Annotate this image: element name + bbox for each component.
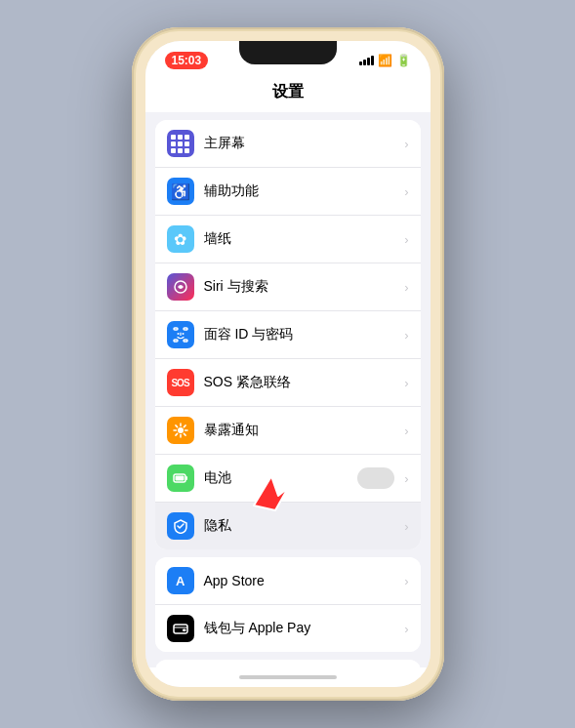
home-screen-label: 主屏幕 xyxy=(204,135,401,152)
chevron-icon: › xyxy=(404,280,408,295)
wallet-label: 钱包与 Apple Pay xyxy=(204,620,401,637)
home-bar xyxy=(239,675,337,679)
chevron-icon: › xyxy=(404,424,408,438)
home-indicator xyxy=(145,667,431,687)
page-title: 设置 xyxy=(272,83,304,100)
sos-label: SOS 紧急联络 xyxy=(204,374,401,391)
list-item[interactable]: ♿ 辅助功能 › xyxy=(155,168,421,216)
faceid-icon xyxy=(167,321,194,348)
settings-group-2: A App Store › 钱包与 Apple P xyxy=(155,557,421,652)
svg-line-14 xyxy=(184,433,185,435)
list-item[interactable]: 钱包与 Apple Pay › xyxy=(155,605,421,652)
list-item[interactable]: SOS SOS 紧急联络 › xyxy=(155,359,421,407)
battery-icon xyxy=(167,465,194,492)
sos-icon: SOS xyxy=(167,369,194,396)
svg-rect-1 xyxy=(174,328,178,330)
svg-rect-4 xyxy=(184,340,187,342)
list-item[interactable]: Siri 与搜索 › xyxy=(155,263,421,311)
list-item[interactable]: 电池 › xyxy=(155,455,421,503)
svg-point-6 xyxy=(182,333,184,335)
list-item[interactable]: 主屏幕 › xyxy=(155,120,421,168)
settings-group-1: 主屏幕 › ♿ 辅助功能 › ✿ 墙纸 › xyxy=(155,120,421,549)
svg-point-8 xyxy=(178,427,184,433)
privacy-icon xyxy=(167,512,194,540)
title-bar: 设置 xyxy=(145,76,431,112)
chevron-icon: › xyxy=(404,471,408,486)
status-time: 15:03 xyxy=(165,52,209,69)
list-item[interactable]: 面容 ID 与密码 › xyxy=(155,311,421,359)
battery-toggle[interactable] xyxy=(357,467,394,489)
battery-label: 电池 xyxy=(204,469,358,487)
list-item[interactable]: ✿ 墙纸 › xyxy=(155,216,421,263)
phone-frame: 15:03 📶 🔋 设置 xyxy=(132,27,444,701)
phone-screen: 15:03 📶 🔋 设置 xyxy=(145,41,431,687)
siri-icon xyxy=(167,273,194,301)
settings-list[interactable]: 主屏幕 › ♿ 辅助功能 › ✿ 墙纸 › xyxy=(145,112,431,667)
wallpaper-label: 墙纸 xyxy=(204,230,401,248)
exposure-icon xyxy=(167,417,194,444)
svg-line-16 xyxy=(175,433,177,435)
settings-group-3: 密码 › 邮件 › xyxy=(155,660,421,667)
list-item[interactable]: 暴露通知 › xyxy=(155,407,421,455)
signal-icon xyxy=(359,56,374,65)
svg-rect-18 xyxy=(185,476,187,480)
siri-label: Siri 与搜索 xyxy=(204,278,401,296)
exposure-label: 暴露通知 xyxy=(204,422,401,439)
privacy-label: 隐私 xyxy=(204,517,401,535)
accessibility-icon: ♿ xyxy=(167,178,194,205)
chevron-icon: › xyxy=(404,622,408,636)
chevron-icon: › xyxy=(404,137,408,151)
svg-rect-19 xyxy=(175,476,184,481)
svg-rect-2 xyxy=(184,328,187,330)
faceid-label: 面容 ID 与密码 xyxy=(204,326,401,344)
chevron-icon: › xyxy=(404,232,408,247)
svg-rect-21 xyxy=(174,625,187,633)
chevron-icon: › xyxy=(404,519,408,534)
appstore-icon: A xyxy=(167,567,194,594)
wallet-icon xyxy=(167,615,194,642)
svg-text:A: A xyxy=(176,574,185,588)
chevron-icon: › xyxy=(404,184,408,199)
chevron-icon: › xyxy=(404,574,408,588)
wallpaper-icon: ✿ xyxy=(167,225,194,253)
notch xyxy=(239,41,337,64)
svg-line-15 xyxy=(184,425,185,427)
svg-rect-22 xyxy=(183,629,186,632)
wifi-icon: 📶 xyxy=(378,54,392,67)
appstore-label: App Store xyxy=(204,573,401,588)
accessibility-label: 辅助功能 xyxy=(204,182,401,200)
list-item[interactable]: 隐私 › xyxy=(155,503,421,549)
battery-icon: 🔋 xyxy=(396,54,411,67)
status-icons: 📶 🔋 xyxy=(359,54,411,67)
home-screen-icon xyxy=(167,130,194,157)
svg-rect-3 xyxy=(174,340,178,342)
list-item[interactable]: A App Store › xyxy=(155,557,421,605)
list-item[interactable]: 密码 › xyxy=(155,660,421,667)
svg-point-5 xyxy=(177,333,179,335)
chevron-icon: › xyxy=(404,328,408,343)
svg-line-13 xyxy=(175,425,177,427)
chevron-icon: › xyxy=(404,376,408,390)
